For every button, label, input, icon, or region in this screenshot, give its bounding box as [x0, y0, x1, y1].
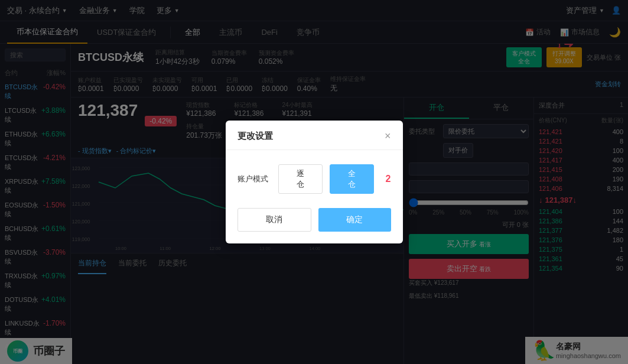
modal-overlay[interactable]: 更改设置 × 账户模式 逐仓 全仓 2 取消 确定 — [0, 0, 628, 364]
modal-annotation-2: 2 — [386, 174, 391, 184]
account-mode-row: 账户模式 逐仓 全仓 2 — [237, 164, 391, 194]
modal-cancel-btn[interactable]: 取消 — [237, 208, 311, 232]
modal-confirm-btn[interactable]: 确定 — [318, 208, 391, 232]
modal-body: 账户模式 逐仓 全仓 2 — [226, 150, 403, 208]
modal-header: 更改设置 × — [226, 121, 403, 150]
isolated-margin-btn[interactable]: 逐仓 — [278, 164, 323, 194]
cross-margin-btn[interactable]: 全仓 — [330, 164, 374, 194]
settings-modal: 更改设置 × 账户模式 逐仓 全仓 2 取消 确定 — [226, 121, 403, 243]
account-mode-label: 账户模式 — [237, 174, 271, 184]
modal-footer: 取消 确定 — [226, 208, 403, 243]
modal-close-btn[interactable]: × — [385, 130, 391, 142]
modal-title: 更改设置 — [237, 131, 273, 142]
